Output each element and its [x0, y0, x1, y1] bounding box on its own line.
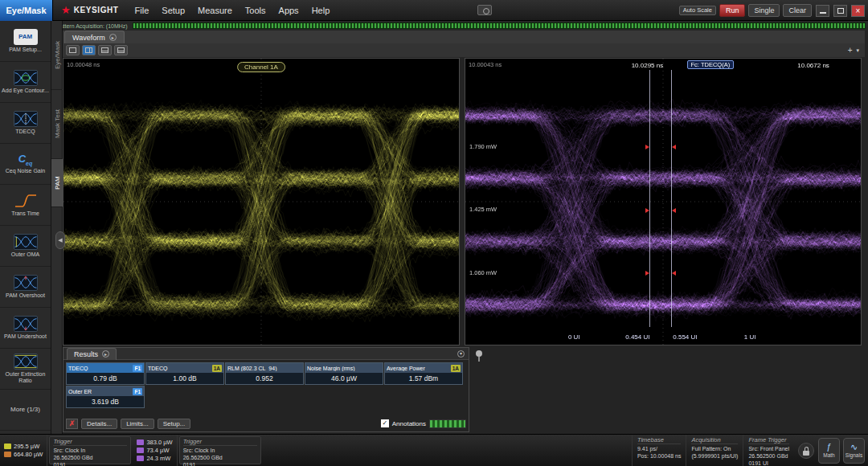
setup-button[interactable]: Setup... [158, 419, 191, 429]
ui-label-0454: 0.454 UI [625, 333, 649, 341]
menu-file[interactable]: File [129, 3, 156, 18]
function-chip-icon [137, 456, 144, 461]
sidebar-item-add-eye-contour[interactable]: Add Eye Contour... [0, 62, 51, 103]
sidebar-item-trans-time[interactable]: Trans Time [0, 185, 51, 226]
sidebar-item-more[interactable]: More (1/3) [0, 390, 51, 431]
result-value: 0.79 dB [67, 373, 144, 384]
eye-diagram-canvas-purple[interactable] [465, 59, 861, 345]
red-marker-icon [672, 208, 676, 213]
flexdca-app: Eye/Mask ★ KEYSIGHT File Setup Measure T… [0, 0, 868, 466]
results-header: Results ▸ ▾ [63, 348, 469, 360]
timebase-position-label: 10.00043 ns [469, 61, 502, 68]
results-footer: ✗ Details... Limits... Setup... ✓ Annota… [66, 418, 466, 429]
layout-split-vertical-icon[interactable] [82, 45, 96, 55]
pattern-lock-indicator [133, 22, 866, 29]
details-button[interactable]: Details... [81, 419, 117, 429]
sidebar-item-label: Trans Time [10, 211, 41, 217]
lock-icon[interactable] [798, 443, 814, 459]
restore-window-icon[interactable] [833, 5, 847, 17]
eye-diagram-canvas-yellow[interactable] [63, 59, 459, 345]
add-eye-contour-icon [14, 70, 38, 86]
result-cell-average-power[interactable]: Average Power1A 1.57 dBm [384, 362, 463, 385]
function-chip-icon [137, 439, 144, 445]
result-cell-tdecq-1a[interactable]: TDECQ1A 1.00 dB [145, 362, 224, 385]
dropdown-arrow-icon[interactable]: ▾ [856, 47, 859, 54]
threshold-level-label-lower: 1.060 mW [469, 269, 497, 276]
layout-split-horizontal-icon[interactable] [98, 45, 112, 55]
menu-measure[interactable]: Measure [191, 3, 239, 18]
annotations-control: ✓ Annotations [381, 419, 466, 428]
auto-scale-button[interactable]: Auto Scale [679, 6, 716, 15]
tab-pam[interactable]: PAM [51, 159, 63, 207]
sidebar-item-ceq-noise-gain[interactable]: Ceq Ceq Noise Gain [0, 144, 51, 185]
sidebar-item-outer-oma[interactable]: Outer OMA [0, 226, 51, 267]
add-display-icon[interactable]: + [848, 46, 853, 55]
top-menu-bar: Eye/Mask ★ KEYSIGHT File Setup Measure T… [0, 0, 868, 21]
layout-single-icon[interactable] [66, 45, 80, 55]
red-marker-icon [672, 145, 676, 149]
delete-measurement-icon[interactable]: ✗ [66, 419, 78, 429]
menu-setup[interactable]: Setup [155, 3, 191, 18]
frame-trigger-source: Src: Front Panel [748, 445, 789, 452]
tdecq-window-line-left[interactable] [649, 70, 650, 327]
tab-waveform[interactable]: Waveform ▸ [64, 31, 125, 43]
result-cell-noise-margin[interactable]: Noise Margin (rms) 46.0 µW [305, 362, 383, 385]
tab-eye-mask[interactable]: Eye/Mask [51, 21, 63, 90]
result-cell-rlm[interactable]: RLM (802.3 CL_94) 0.952 [225, 362, 304, 385]
acquisition-status-block[interactable]: Acquisition Full Pattern: On (5.9999901 … [686, 435, 743, 466]
sidebar-item-pam-overshoot[interactable]: PAM Overshoot [0, 267, 51, 308]
source-badge: F1 [133, 388, 142, 395]
close-icon[interactable]: × [851, 5, 865, 17]
chevron-down-icon[interactable]: ▾ [457, 350, 465, 358]
results-tab[interactable]: Results ▸ [67, 348, 117, 360]
pin-icon[interactable] [476, 350, 484, 362]
menu-help[interactable]: Help [305, 3, 337, 18]
menu-apps[interactable]: Apps [272, 3, 305, 18]
mode-tab-strip: Eye/Mask Mask Test PAM [51, 21, 63, 434]
sidebar-item-pam-undershoot[interactable]: PAM Undershoot [0, 308, 51, 349]
results-panel: Results ▸ ▾ TDECQF1 0.79 dB TDECQ1A 1.00… [63, 347, 469, 432]
trigger-source: Src: Clock In [183, 447, 257, 454]
eye-panel-channel-1a: 10.00048 ns Channel 1A [63, 58, 460, 345]
tab-mask-test[interactable]: Mask Test [51, 90, 63, 159]
source-badge: 1A [212, 365, 222, 372]
sidebar-item-tdecq[interactable]: TDECQ [0, 103, 51, 144]
pattern-acquisition-label: Pattern Acquisition: (10MHz) [51, 23, 133, 29]
acquisition-rate: (5.9999901 pts/UI) [691, 452, 738, 460]
result-cell-tdecq-f1[interactable]: TDECQF1 0.79 dB [66, 362, 145, 385]
function-power-value: 383.0 µW [146, 439, 172, 446]
function-status-block[interactable]: 383.0 µW 73.4 µW 24.3 mW [133, 435, 177, 466]
result-name: Noise Margin (rms) [307, 366, 381, 371]
collapse-arrow-icon[interactable]: ◀ [55, 231, 65, 249]
limits-button[interactable]: Limits... [121, 419, 154, 429]
result-cell-outer-er[interactable]: Outer ERF1 3.619 dB [66, 386, 145, 408]
signals-button[interactable]: ∿ Signals [843, 438, 865, 464]
minimize-icon[interactable] [816, 5, 829, 17]
run-button[interactable]: Run [719, 4, 746, 17]
annotations-label: Annotations [392, 420, 426, 427]
sidebar-item-outer-extinction-ratio[interactable]: Outer Extinction Ratio [0, 349, 51, 390]
clear-button[interactable]: Clear [783, 4, 812, 17]
trigger-status-block-1[interactable]: Trigger Src: Clock In 26.562500 GBd 0191 [49, 436, 131, 464]
sidebar-item-label: Add Eye Contour... [0, 88, 51, 94]
math-button[interactable]: ƒ Math [818, 438, 840, 464]
layout-quad-icon[interactable] [114, 45, 128, 55]
acquisition-mode: Full Pattern: On [691, 445, 738, 452]
menu-tools[interactable]: Tools [239, 3, 272, 18]
screenshot-camera-icon[interactable] [477, 5, 492, 15]
channel-1a-status-block[interactable]: 295.5 µW 664.80 µW [0, 435, 47, 466]
annotations-checkbox[interactable]: ✓ [381, 419, 389, 427]
play-icon[interactable]: ▸ [109, 34, 117, 41]
frame-trigger-status-block[interactable]: Frame Trigger Src: Front Panel 26.562500… [743, 435, 794, 466]
sidebar-item-label: More (1/3) [9, 406, 42, 413]
trigger-status-block-2[interactable]: Trigger Src: Clock In 26.562500 GBd 0191 [179, 436, 261, 464]
play-icon[interactable]: ▸ [102, 350, 109, 358]
timebase-status-block[interactable]: Timebase 9.41 ps/ Pos: 10.00048 ns [632, 435, 686, 466]
sidebar-item-pam-setup[interactable]: PAM PAM Setup... [0, 21, 51, 62]
mode-button-eye-mask[interactable]: Eye/Mask [0, 0, 53, 21]
single-button[interactable]: Single [748, 4, 780, 17]
tdecq-window-line-right[interactable] [671, 70, 672, 327]
result-name: Average Power [387, 366, 449, 371]
tdecq-function-marker-label[interactable]: Fc: TDECQ(A) [687, 60, 735, 69]
sidebar-item-label: Outer Extinction Ratio [0, 371, 51, 384]
